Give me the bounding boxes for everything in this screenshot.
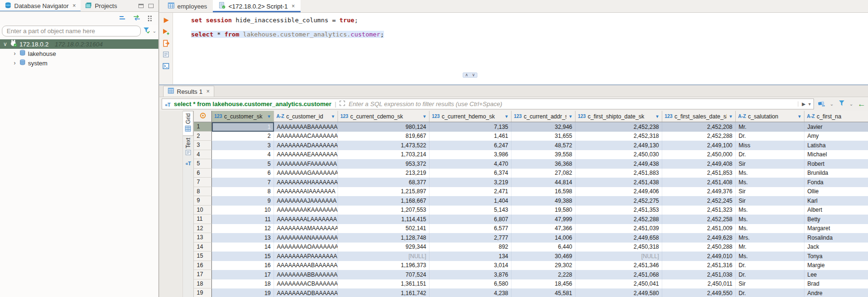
grid-cell[interactable]: Dr.	[736, 261, 804, 270]
column-header-c_first_na[interactable]: A-Zc_first_na▼	[804, 111, 868, 122]
grid-cell[interactable]: 953,372	[338, 159, 429, 169]
grid-cell[interactable]: 2,449,010	[662, 252, 736, 261]
grid-cell[interactable]: 2,450,030	[576, 150, 662, 160]
grid-cell[interactable]: Tonya	[804, 252, 868, 261]
grid-cell[interactable]: AAAAAAAAHAAAAAAA	[274, 178, 338, 187]
grid-corner-button[interactable]	[194, 111, 212, 122]
explain-plan-icon[interactable]	[162, 51, 170, 58]
eraser-icon[interactable]	[818, 100, 825, 108]
grid-cell[interactable]: 1,128,748	[338, 233, 429, 243]
grid-cell[interactable]: AAAAAAAADBAAAAAA	[274, 288, 338, 297]
grid-cell[interactable]: 18,456	[512, 279, 576, 289]
grid-cell[interactable]: [NULL]	[338, 252, 429, 261]
column-header-c_customer_id[interactable]: A-Zc_customer_id▼	[274, 111, 338, 122]
results-filter-input[interactable]: «T select * from lakehouse.customer_anal…	[162, 99, 814, 109]
grid-cell[interactable]: AAAAAAAABBAAAAAA	[274, 270, 338, 279]
close-icon[interactable]: ×	[206, 88, 210, 95]
grid-cell[interactable]: 39,558	[512, 150, 576, 160]
fetch-back-icon[interactable]: ←	[858, 100, 866, 108]
grid-cell[interactable]: 6,807	[429, 215, 512, 224]
grid-cell[interactable]: 2,451,353	[576, 206, 662, 215]
grid-cell[interactable]: Brunilda	[804, 169, 868, 178]
tab-results-1[interactable]: Results 1 ×	[163, 86, 214, 97]
grid-cell[interactable]: AAAAAAAALAAAAAAA	[274, 215, 338, 224]
grid-cell[interactable]: 7	[212, 178, 274, 187]
grid-cell[interactable]: 2,451,883	[576, 169, 662, 178]
row-header[interactable]: 9	[194, 196, 212, 206]
grid-cell[interactable]: AAAAAAAANAAAAAAA	[274, 233, 338, 243]
filter-dropdown-chevron[interactable]: ⌄	[153, 28, 156, 34]
funnel-dropdown-chevron[interactable]: ⌄	[850, 101, 853, 107]
column-header-c_current_addr_sk[interactable]: 123c_current_addr_sk▼	[512, 111, 576, 122]
grid-cell[interactable]: Dr.	[736, 132, 804, 141]
view-tab-grid[interactable]: Grid	[183, 111, 193, 136]
grid-cell[interactable]: AAAAAAAAABAAAAAA	[274, 261, 338, 270]
grid-cell[interactable]: 4,470	[429, 159, 512, 169]
grid-cell[interactable]: AAAAAAAACAAAAAAA	[274, 132, 338, 141]
link-with-editor-icon[interactable]	[133, 15, 140, 22]
grid-cell[interactable]: 2,451,408	[662, 178, 736, 187]
grid-cell[interactable]: 19,580	[512, 206, 576, 215]
execute-script-icon[interactable]	[162, 39, 170, 47]
row-header[interactable]: 16	[194, 261, 212, 270]
splitter-handle[interactable]: ∧ ∨	[463, 72, 477, 78]
grid-cell[interactable]: Javier	[804, 122, 868, 132]
row-header[interactable]: 6	[194, 169, 212, 178]
filter-funnel-icon[interactable]	[143, 27, 150, 35]
grid-cell[interactable]: 2,450,318	[576, 243, 662, 252]
grid-cell[interactable]: 36,368	[512, 159, 576, 169]
grid-cell[interactable]: 980,124	[338, 122, 429, 132]
grid-cell[interactable]: 48,572	[512, 141, 576, 150]
row-header[interactable]: 1	[194, 122, 212, 132]
grid-cell[interactable]: 2,452,245	[662, 196, 736, 206]
column-menu-arrow-icon[interactable]: ▼	[568, 114, 573, 119]
grid-cell[interactable]: Sir	[736, 196, 804, 206]
grid-cell[interactable]: AAAAAAAACBAAAAAA	[274, 279, 338, 289]
grid-cell[interactable]: 6	[212, 169, 274, 178]
value-filter-icon[interactable]: «T	[185, 161, 191, 166]
grid-cell[interactable]: 2,451,316	[662, 261, 736, 270]
grid-cell[interactable]: 2,450,041	[576, 279, 662, 289]
grid-cell[interactable]: AAAAAAAAGAAAAAAA	[274, 169, 338, 178]
grid-cell[interactable]: 3,876	[429, 270, 512, 279]
grid-cell[interactable]: Margie	[804, 261, 868, 270]
grid-cell[interactable]: 5	[212, 159, 274, 169]
close-icon[interactable]: ×	[292, 3, 295, 9]
grid-cell[interactable]: 6,577	[429, 224, 512, 234]
grid-cell[interactable]: 27,082	[512, 169, 576, 178]
eraser-dropdown-chevron[interactable]: ⌄	[830, 101, 833, 107]
grid-cell[interactable]: 1,114,415	[338, 215, 429, 224]
grid-cell[interactable]: 134	[429, 252, 512, 261]
grid-cell[interactable]: 2,450,011	[662, 279, 736, 289]
grid-cell[interactable]: AAAAAAAAFAAAAAAA	[274, 159, 338, 169]
view-menu-icon[interactable]	[148, 16, 152, 21]
grid-cell[interactable]: Miss	[736, 141, 804, 150]
grid-cell[interactable]: Ms.	[736, 252, 804, 261]
grid-cell[interactable]: Sir	[736, 279, 804, 289]
column-header-c_customer_sk[interactable]: 123c_customer_sk▼	[212, 111, 274, 122]
grid-cell[interactable]: 30,469	[512, 252, 576, 261]
grid-cell[interactable]: 17	[212, 270, 274, 279]
grid-cell[interactable]: Mr.	[736, 122, 804, 132]
grid-cell[interactable]: 502,141	[338, 224, 429, 234]
grid-cell[interactable]: 2,452,208	[662, 122, 736, 132]
grid-cell[interactable]: 707,524	[338, 270, 429, 279]
grid-cell[interactable]: 3,014	[429, 261, 512, 270]
grid-cell[interactable]: Margaret	[804, 224, 868, 234]
grid-cell[interactable]: 5,143	[429, 206, 512, 215]
grid-cell[interactable]: 12	[212, 224, 274, 234]
grid-cell[interactable]: Brad	[804, 279, 868, 289]
row-header[interactable]: 18	[194, 279, 212, 289]
grid-cell[interactable]: Rosalinda	[804, 233, 868, 243]
maximize-icon[interactable]	[148, 4, 154, 8]
collapse-up-icon[interactable]: ∧	[465, 73, 468, 77]
column-header-c_salutation[interactable]: A-Zc_salutation▼	[736, 111, 804, 122]
column-menu-arrow-icon[interactable]: ▼	[422, 114, 427, 119]
row-header[interactable]: 12	[194, 224, 212, 234]
grid-cell[interactable]: 2,452,275	[576, 196, 662, 206]
grid-cell[interactable]: 1,207,553	[338, 206, 429, 215]
grid-cell[interactable]: 1,215,897	[338, 187, 429, 197]
grid-cell[interactable]: 2,452,288	[576, 215, 662, 224]
grid-cell[interactable]: 2,450,288	[662, 243, 736, 252]
grid-cell[interactable]: 13	[212, 233, 274, 243]
